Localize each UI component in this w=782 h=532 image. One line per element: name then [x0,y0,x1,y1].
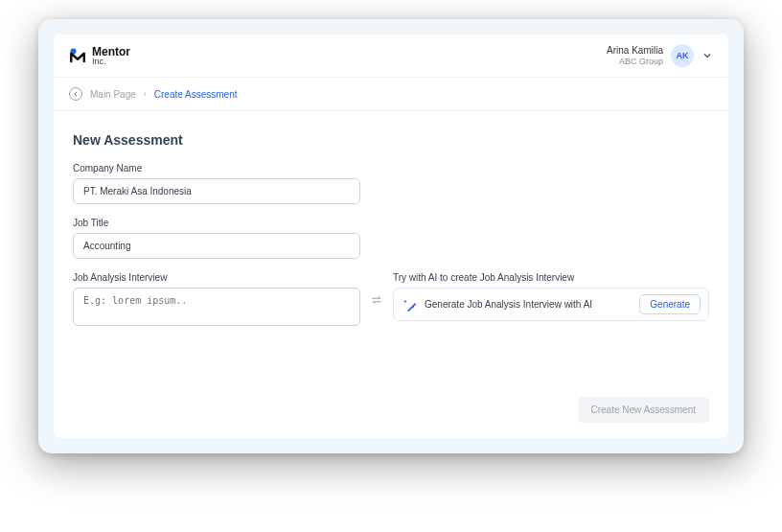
company-label: Company Name [73,163,709,173]
brand-text: Mentor Inc. [92,46,130,66]
brand-logo [69,47,86,64]
chevron-down-icon [702,50,713,61]
app-window: Mentor Inc. Arina Kamilia ABC Group AK M [38,19,744,453]
ai-column: Try with AI to create Job Analysis Inter… [393,272,709,321]
jai-field: Job Analysis Interview [73,272,360,330]
breadcrumb-main[interactable]: Main Page [90,89,136,100]
form: New Assessment Company Name Job Title Jo… [54,111,728,438]
company-input[interactable] [73,178,360,204]
jobtitle-field: Job Title [73,218,709,259]
header: Mentor Inc. Arina Kamilia ABC Group AK [54,35,728,78]
back-button[interactable] [69,87,82,101]
breadcrumb-current: Create Assessment [154,89,238,100]
company-field: Company Name [73,163,709,204]
ai-card: Generate Job Analysis Interview with AI … [393,288,709,321]
app-content: Mentor Inc. Arina Kamilia ABC Group AK M [54,35,728,438]
user-name: Arina Kamilia [607,45,663,57]
user-org: ABC Group [607,57,663,67]
svg-rect-1 [407,302,416,311]
brand-sub: Inc. [92,58,130,66]
jai-row: Job Analysis Interview Try with AI to cr… [73,272,709,330]
form-footer: Create New Assessment [73,330,709,423]
create-assessment-button[interactable]: Create New Assessment [578,397,710,423]
jobtitle-label: Job Title [73,218,709,228]
ai-card-text: Generate Job Analysis Interview with AI [425,299,632,310]
generate-button[interactable]: Generate [639,294,701,314]
ai-hint: Try with AI to create Job Analysis Inter… [393,272,709,283]
chevron-right-icon: › [144,89,147,99]
brand: Mentor Inc. [69,46,130,66]
jobtitle-input[interactable] [73,233,360,259]
jai-label: Job Analysis Interview [73,272,360,283]
magic-wand-icon [402,297,417,312]
swap-icon [370,293,383,307]
breadcrumb: Main Page › Create Assessment [54,78,728,111]
brand-name: Mentor [92,46,130,58]
jai-textarea[interactable] [73,288,360,326]
avatar: AK [671,44,694,67]
user-text: Arina Kamilia ABC Group [607,45,663,67]
user-menu[interactable]: Arina Kamilia ABC Group AK [607,44,713,67]
page-title: New Assessment [73,132,709,148]
